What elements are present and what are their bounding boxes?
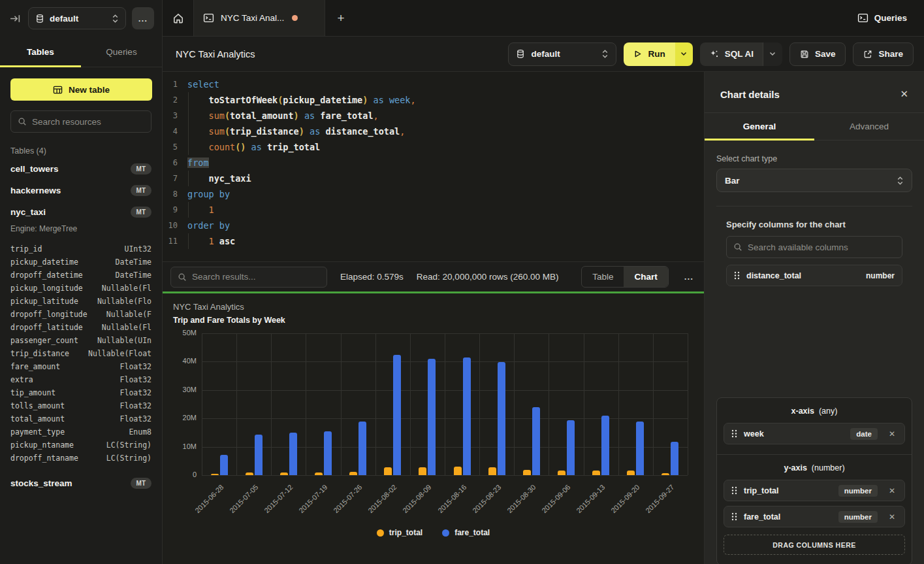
remove-column-icon[interactable]: ✕: [887, 486, 897, 495]
query-tab-active[interactable]: NYC Taxi Anal...: [193, 0, 325, 36]
x-axis-chips: weekdate✕: [724, 423, 905, 444]
run-options-button[interactable]: [675, 42, 693, 66]
results-more-button[interactable]: ...: [682, 272, 696, 282]
sidebar-topbar: default ...: [0, 0, 162, 37]
sidebar-item-nyc-taxi[interactable]: nyc_taxi MT: [0, 201, 162, 223]
tab-advanced[interactable]: Advanced: [814, 113, 924, 140]
new-table-button[interactable]: New table: [10, 78, 152, 101]
sidebar-item-hackernews[interactable]: hackernews MT: [0, 180, 162, 201]
sidebar-more-button[interactable]: ...: [132, 7, 154, 29]
remove-column-icon[interactable]: ✕: [887, 429, 897, 439]
share-button[interactable]: Share: [853, 42, 914, 66]
line-number: 3: [163, 108, 187, 124]
column-name: dropoff_datetime: [10, 269, 83, 282]
bar-fare_total: [324, 431, 332, 475]
code-content: count() as trip_total: [187, 139, 704, 155]
bar-fare_total: [428, 359, 436, 475]
close-icon[interactable]: ✕: [900, 88, 908, 100]
table-column-row: trip_distanceNullable(Float: [10, 347, 151, 360]
gridline-horizontal: [202, 447, 688, 448]
bar-trip_total: [246, 473, 253, 475]
queries-shortcut[interactable]: Queries: [857, 0, 924, 36]
sql-editor[interactable]: 1select2 toStartOfWeek(pickup_datetime) …: [163, 72, 704, 261]
column-type: Nullable(Float: [88, 347, 151, 360]
read-stat: Read: 20,000,000 rows (260.00 MB): [417, 272, 559, 282]
terminal-icon: [203, 12, 214, 24]
home-button[interactable]: [163, 0, 193, 36]
gridline-horizontal: [202, 390, 688, 391]
code-content: 1: [187, 202, 704, 218]
bar-fare_total: [498, 362, 505, 475]
legend-item-trip-total[interactable]: trip_total: [377, 528, 422, 537]
code-line: 1select: [163, 76, 704, 92]
table-column-row: dropoff_latitudeNullable(Fl: [10, 321, 151, 334]
table-column-row: dropoff_longitudeNullable(F: [10, 308, 151, 321]
remove-column-icon[interactable]: ✕: [887, 512, 897, 522]
x-axis-hint: (any): [819, 406, 837, 416]
available-columns-list: distance_totalnumber: [726, 265, 902, 286]
drop-zone[interactable]: DRAG COLUMNS HERE: [724, 535, 905, 555]
sidebar-database-selector[interactable]: default: [28, 7, 126, 29]
column-chip-trip_total[interactable]: trip_totalnumber✕: [724, 480, 905, 501]
x-axis-header: x-axis (any): [724, 406, 905, 416]
chart-legend: trip_total fare_total: [163, 528, 704, 537]
bar-trip_total: [280, 473, 288, 475]
bar-trip_total: [454, 467, 462, 475]
column-chip-week[interactable]: weekdate✕: [724, 423, 905, 444]
tab-queries[interactable]: Queries: [81, 37, 162, 67]
gridline-vertical: [202, 333, 202, 475]
run-button[interactable]: Run: [624, 42, 675, 66]
gridline-vertical: [445, 333, 445, 475]
chip-column-type: number: [866, 271, 895, 280]
column-name: tip_amount: [10, 386, 56, 399]
table-name: cell_towers: [10, 164, 59, 174]
column-chip-distance_total[interactable]: distance_totalnumber: [726, 265, 902, 286]
chart-type-select[interactable]: Bar: [716, 169, 912, 192]
unsaved-dot: [292, 15, 298, 21]
column-type: Nullable(Flo: [97, 295, 151, 308]
legend-item-fare-total[interactable]: fare_total: [442, 528, 490, 537]
column-name: tolls_amount: [10, 399, 65, 412]
chart-view-button[interactable]: Chart: [624, 267, 667, 287]
column-name: extra: [10, 373, 33, 386]
column-chip-fare_total[interactable]: fare_totalnumber✕: [724, 506, 905, 527]
sql-ai-button[interactable]: SQL AI: [700, 42, 763, 66]
search-results-input[interactable]: [192, 272, 320, 282]
drag-handle-icon[interactable]: [731, 429, 737, 438]
tab-tables[interactable]: Tables: [0, 37, 81, 67]
column-type: Float32: [120, 386, 151, 399]
bar-fare_total: [601, 416, 609, 475]
engine-badge: MT: [131, 207, 151, 218]
sidebar-item-cell-towers[interactable]: cell_towers MT: [0, 158, 162, 180]
toolbar-database-selector[interactable]: default: [508, 42, 616, 66]
line-number: 6: [163, 155, 187, 171]
tab-general[interactable]: General: [705, 113, 814, 140]
code-line: 4 sum(trip_distance) as distance_total,: [163, 124, 704, 139]
query-title: NYC Taxi Analytics: [176, 49, 255, 59]
share-icon: [863, 50, 872, 59]
code-line: 8group by: [163, 186, 704, 202]
drag-handle-icon[interactable]: [731, 512, 737, 521]
column-type: LC(String): [106, 452, 151, 465]
search-columns-input[interactable]: [748, 242, 895, 252]
legend-dot-blue: [442, 529, 449, 537]
table-column-row: pickup_datetimeDateTime: [10, 256, 151, 269]
save-button[interactable]: Save: [789, 42, 846, 66]
search-resources-input[interactable]: [32, 117, 148, 127]
bar-fare_total: [532, 407, 540, 475]
new-tab-button[interactable]: +: [325, 0, 357, 36]
column-type: Enum8: [129, 425, 151, 439]
column-name: pickup_longitude: [10, 282, 83, 295]
sql-ai-options-button[interactable]: [763, 42, 782, 66]
y-axis-tick: 50M: [168, 329, 197, 337]
column-name: pickup_latitude: [10, 295, 78, 308]
drag-handle-icon[interactable]: [731, 486, 737, 495]
code-content: sum(trip_distance) as distance_total,: [187, 124, 704, 139]
drag-handle-icon[interactable]: [734, 271, 740, 280]
table-view-button[interactable]: Table: [582, 267, 624, 287]
sidebar-collapse-icon[interactable]: [8, 11, 22, 25]
panel-tabs: General Advanced: [705, 112, 924, 141]
column-name: payment_type: [10, 425, 65, 439]
code-line: 11 1 asc: [163, 233, 704, 249]
sidebar-item-stocks-stream[interactable]: stocks_stream MT: [0, 473, 162, 494]
